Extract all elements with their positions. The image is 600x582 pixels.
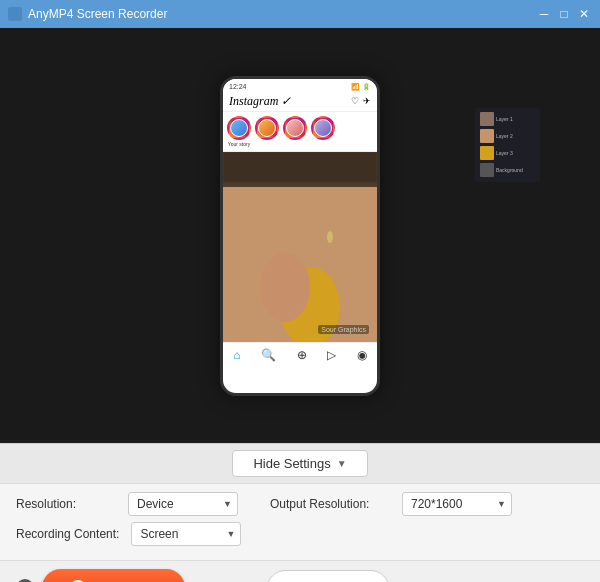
record-button[interactable]: Record — [42, 569, 185, 582]
snapshot-button[interactable]: 📷 SnapShot — [267, 570, 389, 583]
ps-layer: Layer 1 — [478, 111, 537, 127]
story-avatar-inner — [286, 119, 304, 137]
photo-blur-overlay — [223, 152, 377, 182]
svg-point-4 — [327, 231, 333, 243]
instagram-header: 12:24 📶 🔋 Instagram ✓ ♡ ✈ — [223, 79, 377, 112]
recording-content-select[interactable]: Screen Window — [131, 522, 241, 546]
story-avatar-inner — [230, 119, 248, 137]
app-title: AnyMP4 Screen Recorder — [28, 7, 167, 21]
hide-settings-label: Hide Settings — [253, 456, 330, 471]
resolution-label: Resolution: — [16, 497, 116, 511]
story-avatar — [255, 116, 279, 140]
ps-layer: Layer 2 — [478, 128, 537, 144]
phone-photo-content: Sour Graphics — [223, 152, 377, 342]
layer-label: Layer 1 — [496, 116, 513, 122]
your-story-label: Your story — [228, 141, 250, 147]
layer-thumb — [480, 163, 494, 177]
time-display: 12:24 — [229, 83, 247, 91]
layer-label: Background — [496, 167, 523, 173]
title-bar-left: AnyMP4 Screen Recorder — [8, 7, 167, 21]
maximize-button[interactable]: □ — [556, 6, 572, 22]
recording-content-select-wrapper[interactable]: Screen Window ▼ — [131, 522, 241, 546]
story-avatar — [311, 116, 335, 140]
instagram-logo: Instagram ✓ — [229, 94, 291, 109]
story-item[interactable] — [255, 116, 279, 147]
add-nav-icon[interactable]: ⊕ — [297, 348, 307, 362]
hide-settings-bar: Hide Settings ▼ — [0, 443, 600, 483]
preview-area: 12:24 📶 🔋 Instagram ✓ ♡ ✈ Your story — [0, 28, 600, 443]
ps-layer: Layer 3 — [478, 145, 537, 161]
story-avatar-inner — [314, 119, 332, 137]
action-bar: S Record 📷 SnapShot Recording history — [0, 560, 600, 582]
story-avatar-inner — [258, 119, 276, 137]
layer-label: Layer 2 — [496, 133, 513, 139]
home-nav-icon[interactable]: ⌂ — [233, 348, 240, 362]
output-resolution-select-wrapper[interactable]: 720*1600 1080*1920 ▼ — [402, 492, 512, 516]
instagram-stories: Your story — [223, 112, 377, 152]
layer-label: Layer 3 — [496, 150, 513, 156]
status-icons: 📶 🔋 — [351, 83, 371, 91]
resolution-select[interactable]: Device Custom — [128, 492, 238, 516]
settings-panel: Resolution: Device Custom ▼ Output Resol… — [0, 483, 600, 560]
record-btn-wrapper: S Record — [16, 569, 185, 582]
chevron-down-icon: ▼ — [337, 458, 347, 469]
hide-settings-button[interactable]: Hide Settings ▼ — [232, 450, 367, 477]
ig-action-icons[interactable]: ♡ ✈ — [351, 96, 371, 106]
ps-layer: Background — [478, 162, 537, 178]
status-bar: 12:24 📶 🔋 — [229, 83, 371, 91]
profile-nav-icon[interactable]: ◉ — [357, 348, 367, 362]
title-controls: ─ □ ✕ — [536, 6, 592, 22]
story-avatar — [227, 116, 251, 140]
recording-content-label: Recording Content: — [16, 527, 119, 541]
phone-mockup: 12:24 📶 🔋 Instagram ✓ ♡ ✈ Your story — [220, 76, 380, 396]
resolution-select-wrapper[interactable]: Device Custom ▼ — [128, 492, 238, 516]
story-item[interactable]: Your story — [227, 116, 251, 147]
watermark: Sour Graphics — [318, 325, 369, 334]
output-resolution-label: Output Resolution: — [270, 497, 390, 511]
layer-thumb — [480, 146, 494, 160]
search-nav-icon[interactable]: 🔍 — [261, 348, 276, 362]
output-resolution-select[interactable]: 720*1600 1080*1920 — [402, 492, 512, 516]
photoshop-panel: Layer 1 Layer 2 Layer 3 Background — [475, 108, 540, 182]
story-item[interactable] — [311, 116, 335, 147]
close-button[interactable]: ✕ — [576, 6, 592, 22]
reels-nav-icon[interactable]: ▷ — [327, 348, 336, 362]
story-item[interactable] — [283, 116, 307, 147]
minimize-button[interactable]: ─ — [536, 6, 552, 22]
phone-navbar: ⌂ 🔍 ⊕ ▷ ◉ — [223, 342, 377, 367]
ig-title-row: Instagram ✓ ♡ ✈ — [229, 94, 371, 109]
heart-icon[interactable]: ♡ — [351, 96, 359, 106]
svg-point-3 — [260, 252, 310, 322]
s-badge: S — [16, 579, 34, 583]
story-avatar — [283, 116, 307, 140]
title-bar: AnyMP4 Screen Recorder ─ □ ✕ — [0, 0, 600, 28]
layer-thumb — [480, 112, 494, 126]
resolution-row: Resolution: Device Custom ▼ Output Resol… — [16, 492, 584, 516]
recording-content-row: Recording Content: Screen Window ▼ — [16, 522, 584, 546]
messenger-icon[interactable]: ✈ — [363, 96, 371, 106]
app-icon — [8, 7, 22, 21]
layer-thumb — [480, 129, 494, 143]
